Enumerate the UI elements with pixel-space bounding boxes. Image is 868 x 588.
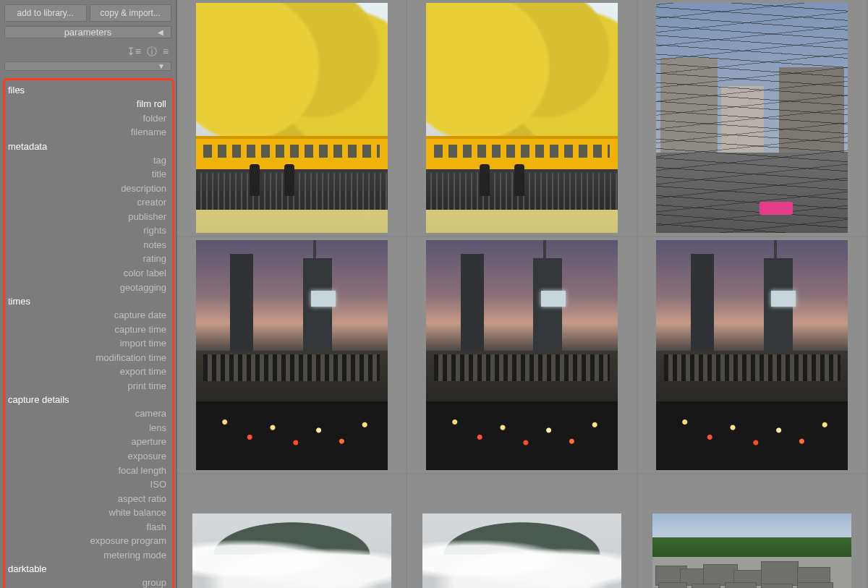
collection-item-import-time[interactable]: import time xyxy=(8,336,166,351)
grid-cell[interactable] xyxy=(638,237,868,473)
collection-group-times: times xyxy=(8,294,166,308)
grid-row xyxy=(177,237,868,474)
thumbnail-ginkgo[interactable] xyxy=(426,3,618,233)
collection-item-description[interactable]: description xyxy=(8,182,166,196)
grid-row xyxy=(177,0,868,237)
grid-row xyxy=(177,474,868,588)
collection-item-capture-time[interactable]: capture time xyxy=(8,323,166,337)
thumbnail-dusk[interactable] xyxy=(656,240,848,470)
collection-item-group[interactable]: group xyxy=(8,576,166,588)
collection-item-title[interactable]: title xyxy=(8,167,166,182)
parameters-expander[interactable]: parameters ◀ xyxy=(4,26,171,38)
grid-cell[interactable] xyxy=(407,0,637,236)
grid-cell[interactable] xyxy=(638,0,868,236)
grid-cell[interactable] xyxy=(177,0,407,236)
collection-item-exposure-program[interactable]: exposure program xyxy=(8,534,166,548)
thumbnail-street[interactable] xyxy=(656,3,848,233)
collection-item-flash[interactable]: flash xyxy=(8,520,166,534)
collection-item-creator[interactable]: creator xyxy=(8,195,166,210)
collection-item-lens[interactable]: lens xyxy=(8,421,166,435)
chevron-down-icon: ▼ xyxy=(158,62,165,70)
collection-item-aspect-ratio[interactable]: aspect ratio xyxy=(8,492,166,506)
collection-item-modification-time[interactable]: modification time xyxy=(8,351,166,365)
lighttable-grid[interactable] xyxy=(177,0,868,588)
thumbnail-dusk[interactable] xyxy=(196,240,388,470)
collection-item-print-time[interactable]: print time xyxy=(8,379,166,393)
menu-icon[interactable]: ≡ xyxy=(163,46,169,59)
collection-item-white-balance[interactable]: white balance xyxy=(8,506,166,520)
grid-cell[interactable] xyxy=(407,474,637,588)
collection-item-camera[interactable]: camera xyxy=(8,406,166,421)
grid-cell[interactable] xyxy=(177,237,407,473)
collection-rule-dropdown[interactable]: ▼ xyxy=(4,61,171,71)
grid-cell[interactable] xyxy=(407,237,637,473)
thumbnail-dusk[interactable] xyxy=(426,240,618,470)
collection-group-files: files xyxy=(8,83,166,97)
left-panel: add to library... copy & import... param… xyxy=(0,0,177,588)
collection-item-metering-mode[interactable]: metering mode xyxy=(8,548,166,563)
info-icon[interactable]: ⓘ xyxy=(147,46,157,59)
collection-item-filename[interactable]: filename xyxy=(8,125,166,140)
collection-item-exposure[interactable]: exposure xyxy=(8,449,166,464)
collection-item-focal-length[interactable]: focal length xyxy=(8,464,166,478)
parameters-label: parameters xyxy=(64,27,112,38)
collapse-left-icon: ◀ xyxy=(158,28,163,36)
thumbnail-memorial[interactable] xyxy=(652,514,851,588)
collection-item-film-roll[interactable]: film roll xyxy=(8,97,166,111)
thumbnail-clouds[interactable] xyxy=(422,514,621,588)
collection-item-publisher[interactable]: publisher xyxy=(8,210,166,224)
add-to-library-button[interactable]: add to library... xyxy=(4,4,87,22)
collection-item-rating[interactable]: rating xyxy=(8,252,166,266)
copy-and-import-button[interactable]: copy & import... xyxy=(90,4,172,22)
thumbnail-clouds[interactable] xyxy=(192,514,391,588)
collection-item-geotagging[interactable]: geotagging xyxy=(8,281,166,295)
collection-item-color-label[interactable]: color label xyxy=(8,266,166,281)
collection-item-notes[interactable]: notes xyxy=(8,238,166,252)
collection-group-capture-details: capture details xyxy=(8,393,166,406)
grid-cell[interactable] xyxy=(177,474,407,588)
collections-toolbar: ↧≡ ⓘ ≡ xyxy=(0,43,176,60)
sort-icon[interactable]: ↧≡ xyxy=(127,46,141,59)
collection-item-ISO[interactable]: ISO xyxy=(8,477,166,492)
collection-item-tag[interactable]: tag xyxy=(8,153,166,168)
collection-item-capture-date[interactable]: capture date xyxy=(8,308,166,323)
collection-properties-menu: filesfilm rollfolderfilenamemetadatatagt… xyxy=(3,78,174,588)
grid-cell[interactable] xyxy=(638,474,868,588)
collection-group-darktable: darktable xyxy=(8,562,166,576)
import-buttons: add to library... copy & import... xyxy=(0,0,176,22)
collection-item-folder[interactable]: folder xyxy=(8,111,166,126)
collection-item-rights[interactable]: rights xyxy=(8,223,166,238)
thumbnail-ginkgo[interactable] xyxy=(196,3,388,233)
collection-group-metadata: metadata xyxy=(8,140,166,153)
collection-item-export-time[interactable]: export time xyxy=(8,365,166,379)
collection-item-aperture[interactable]: aperture xyxy=(8,435,166,449)
